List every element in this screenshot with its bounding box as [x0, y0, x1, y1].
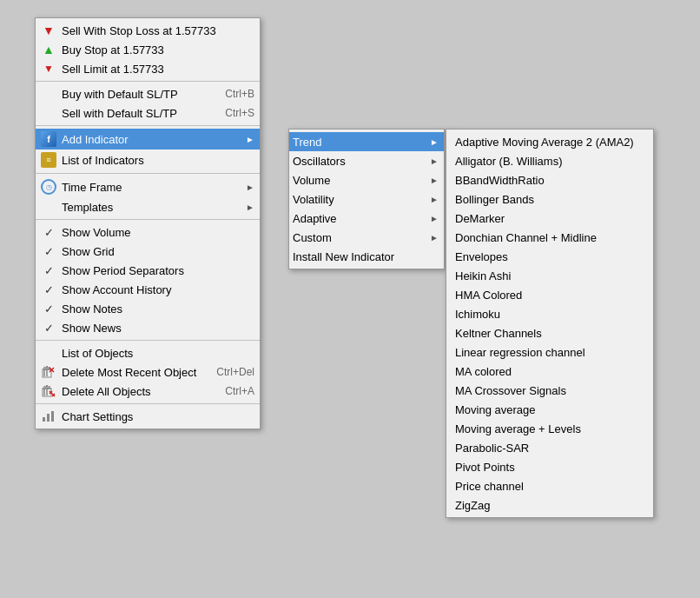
list-indicators-item[interactable]: ≡ List of Indicators — [36, 150, 260, 170]
volatility-item[interactable]: Volatility ► — [289, 189, 444, 209]
install-indicator-item[interactable]: Install New Indicator — [289, 247, 444, 266]
sell-limit-icon: ▼ — [39, 63, 58, 75]
show-volume-item[interactable]: ✓ Show Volume — [36, 223, 260, 242]
zigzag-item[interactable]: ZigZag — [446, 495, 653, 515]
show-period-sep-item[interactable]: ✓ Show Period Separators — [36, 261, 260, 280]
separator-6 — [36, 403, 260, 404]
show-notes-label: Show Notes — [62, 302, 254, 316]
volume-item[interactable]: Volume ► — [289, 170, 444, 189]
svg-rect-16 — [47, 414, 50, 422]
show-news-label: Show News — [62, 322, 254, 335]
bbandwidth-label: BBandWidthRatio — [455, 174, 644, 187]
templates-item[interactable]: Templates ► — [36, 197, 260, 216]
install-indicator-label: Install New Indicator — [293, 250, 439, 263]
buy-stop-label: Buy Stop at 1.57733 — [62, 43, 254, 56]
show-news-check-icon: ✓ — [39, 322, 58, 335]
sell-stop-loss-item[interactable]: ▼ Sell With Stop Loss at 1.57733 — [36, 21, 260, 40]
heikin-item[interactable]: Heikin Ashi — [446, 266, 653, 285]
hma-item[interactable]: HMA Colored — [446, 285, 653, 304]
bollinger-label: Bollinger Bands — [455, 193, 644, 206]
donchian-label: Donchian Channel + Midline — [455, 231, 644, 244]
show-account-history-label: Show Account History — [62, 283, 254, 296]
show-account-history-item[interactable]: ✓ Show Account History — [36, 280, 260, 299]
parabolic-item[interactable]: Parabolic-SAR — [446, 438, 653, 457]
separator-4 — [36, 219, 260, 220]
show-news-item[interactable]: ✓ Show News — [36, 318, 260, 337]
linreg-item[interactable]: Linear regression channel — [446, 342, 653, 362]
donchian-item[interactable]: Donchian Channel + Midline — [446, 228, 653, 247]
moving-avg-item[interactable]: Moving average — [446, 400, 653, 419]
pivot-label: Pivot Points — [455, 461, 644, 474]
volatility-label: Volatility — [293, 193, 421, 206]
oscillators-label: Oscillators — [293, 155, 421, 168]
separator-2 — [36, 125, 260, 126]
oscillators-item[interactable]: Oscillators ► — [289, 151, 444, 170]
delete-recent-item[interactable]: Delete Most Recent Object Ctrl+Del — [36, 362, 260, 382]
buy-default-label: Buy with Default SL/TP — [62, 88, 208, 101]
main-context-menu: ▼ Sell With Stop Loss at 1.57733 ▲ Buy S… — [35, 17, 261, 429]
timeframe-item[interactable]: ◷ Time Frame ► — [36, 176, 260, 197]
show-notes-item[interactable]: ✓ Show Notes — [36, 299, 260, 318]
list-indicators-icon: ≡ — [39, 152, 58, 168]
adaptive-arrow: ► — [430, 214, 439, 223]
svg-rect-15 — [43, 417, 45, 422]
show-grid-item[interactable]: ✓ Show Grid — [36, 242, 260, 261]
ma-colored-item[interactable]: MA colored — [446, 362, 653, 381]
buy-default-item[interactable]: Buy with Default SL/TP Ctrl+B — [36, 84, 260, 103]
separator-1 — [36, 81, 260, 82]
delete-all-icon — [39, 384, 58, 398]
delete-recent-shortcut: Ctrl+Del — [216, 366, 254, 378]
show-grid-label: Show Grid — [62, 245, 254, 258]
delete-all-label: Delete All Objects — [62, 385, 208, 398]
custom-arrow: ► — [430, 233, 439, 243]
ma-crossover-item[interactable]: MA Crossover Signals — [446, 381, 653, 400]
moving-avg-label: Moving average — [455, 403, 644, 416]
buy-stop-item[interactable]: ▲ Buy Stop at 1.57733 — [36, 40, 260, 59]
bollinger-item[interactable]: Bollinger Bands — [446, 189, 653, 209]
adaptive-item[interactable]: Adaptive ► — [289, 209, 444, 228]
sell-default-label: Sell with Default SL/TP — [62, 107, 208, 120]
pivot-item[interactable]: Pivot Points — [446, 457, 653, 476]
templates-arrow: ► — [246, 203, 254, 212]
sell-stop-loss-label: Sell With Stop Loss at 1.57733 — [62, 24, 254, 37]
add-indicator-item[interactable]: f Add Indicator ► — [36, 129, 260, 150]
timeframe-icon: ◷ — [39, 179, 58, 195]
keltner-item[interactable]: Keltner Channels — [446, 323, 653, 342]
adaptive-label: Adaptive — [293, 212, 421, 225]
moving-avg-levels-label: Moving average + Levels — [455, 422, 644, 435]
trend-item[interactable]: Trend ► — [289, 132, 444, 151]
list-objects-item[interactable]: List of Objects — [36, 343, 260, 362]
delete-all-item[interactable]: Delete All Objects Ctrl+A — [36, 382, 260, 401]
moving-avg-levels-item[interactable]: Moving average + Levels — [446, 419, 653, 438]
ama2-item[interactable]: Adaptive Moving Average 2 (AMA2) — [446, 132, 653, 151]
ma-colored-label: MA colored — [455, 365, 644, 378]
sell-default-shortcut: Ctrl+S — [225, 107, 254, 119]
volume-arrow: ► — [430, 176, 439, 185]
add-indicator-label: Add Indicator — [62, 133, 237, 146]
custom-item[interactable]: Custom ► — [289, 228, 444, 247]
list-objects-label: List of Objects — [62, 347, 254, 360]
svg-rect-17 — [51, 411, 54, 422]
hma-label: HMA Colored — [455, 289, 644, 302]
timeframe-label: Time Frame — [62, 181, 237, 194]
demarker-item[interactable]: DeMarker — [446, 209, 653, 228]
parabolic-label: Parabolic-SAR — [455, 442, 644, 455]
ama2-label: Adaptive Moving Average 2 (AMA2) — [455, 136, 644, 149]
alligator-item[interactable]: Alligator (B. Williams) — [446, 151, 653, 170]
price-channel-item[interactable]: Price channel — [446, 476, 653, 495]
indicator-type-submenu: Trend ► Oscillators ► Volume ► Volatilit… — [288, 129, 445, 269]
ichimoku-item[interactable]: Ichimoku — [446, 304, 653, 323]
price-channel-label: Price channel — [455, 480, 644, 493]
envelopes-label: Envelopes — [455, 250, 644, 263]
bbandwidth-item[interactable]: BBandWidthRatio — [446, 170, 653, 189]
heikin-label: Heikin Ashi — [455, 269, 644, 282]
show-period-sep-label: Show Period Separators — [62, 264, 254, 277]
zigzag-label: ZigZag — [455, 499, 644, 512]
show-grid-check-icon: ✓ — [39, 245, 58, 258]
sell-limit-item[interactable]: ▼ Sell Limit at 1.57733 — [36, 59, 260, 78]
envelopes-item[interactable]: Envelopes — [446, 247, 653, 266]
delete-recent-icon — [39, 365, 58, 379]
chart-settings-item[interactable]: Chart Settings — [36, 407, 260, 426]
ichimoku-label: Ichimoku — [455, 308, 644, 321]
sell-default-item[interactable]: Sell with Default SL/TP Ctrl+S — [36, 103, 260, 123]
